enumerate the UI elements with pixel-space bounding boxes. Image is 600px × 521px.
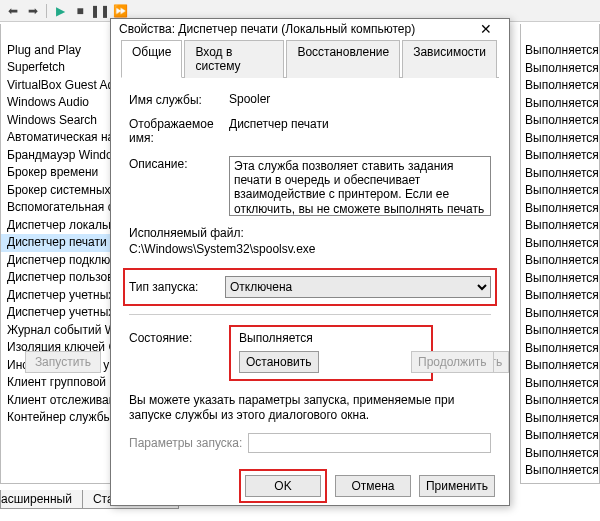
service-state-cell: Выполняется: [521, 462, 599, 480]
service-state-cell: Выполняется: [521, 217, 599, 235]
stop-button[interactable]: Остановить: [239, 351, 319, 373]
dialog-tabs: Общие Вход в систему Восстановление Зави…: [121, 39, 499, 78]
service-state-cell: Выполняется: [521, 357, 599, 375]
service-state-cell: Выполняется: [521, 287, 599, 305]
service-state-cell: Выполняется: [521, 375, 599, 393]
service-state-cell: Выполняется: [521, 305, 599, 323]
svc-play-icon[interactable]: ▶: [53, 4, 67, 18]
start-button: Запустить: [25, 351, 101, 373]
service-state-cell: Выполняется: [521, 182, 599, 200]
label-startup-params: Параметры запуска:: [129, 436, 242, 450]
service-state-cell: Выполняется: [521, 60, 599, 78]
apply-button[interactable]: Применить: [419, 475, 495, 497]
service-state-cell: Выполняется: [521, 77, 599, 95]
value-description[interactable]: Эта служба позволяет ставить задания печ…: [229, 156, 491, 216]
service-properties-dialog: Свойства: Диспетчер печати (Локальный ко…: [110, 18, 510, 506]
nav-fwd-icon[interactable]: ➡: [26, 4, 40, 18]
label-startup-type: Тип запуска:: [129, 279, 225, 294]
value-service-name: Spooler: [229, 92, 491, 107]
svc-stop-icon[interactable]: ■: [73, 4, 87, 18]
tab-extended[interactable]: асширенный: [0, 490, 83, 509]
service-state-cell: Выполняется: [521, 410, 599, 428]
value-exec-file: C:\Windows\System32\spoolsv.exe: [129, 242, 491, 256]
label-description: Описание:: [129, 156, 229, 216]
startup-params-input: [248, 433, 491, 453]
service-state-cell: Выполняется: [521, 235, 599, 253]
close-icon[interactable]: ✕: [471, 19, 501, 39]
service-state-cell: Выполняется: [521, 165, 599, 183]
label-state: Состояние:: [129, 325, 229, 345]
tab-recovery[interactable]: Восстановление: [286, 40, 400, 78]
service-state-cell: Выполняется: [521, 322, 599, 340]
service-state-cell: Выполняется: [521, 130, 599, 148]
dialog-titlebar: Свойства: Диспетчер печати (Локальный ко…: [111, 19, 509, 39]
ok-button[interactable]: OK: [245, 475, 321, 497]
service-state-cell: Выполняется: [521, 270, 599, 288]
service-state-cell: Выполняется: [521, 112, 599, 130]
service-state-cell: Выполняется: [521, 445, 599, 463]
dialog-title: Свойства: Диспетчер печати (Локальный ко…: [119, 22, 471, 36]
tab-general[interactable]: Общие: [121, 40, 182, 78]
startup-type-row: Тип запуска: Отключена: [123, 268, 497, 306]
service-state-cell: Выполняется: [521, 340, 599, 358]
service-state-cell: Выполняется: [521, 427, 599, 445]
ok-highlight-box: OK: [239, 469, 327, 503]
service-state-cell: Выполняется: [521, 95, 599, 113]
label-display-name: Отображаемое имя:: [129, 117, 229, 146]
tab-dependencies[interactable]: Зависимости: [402, 40, 497, 78]
label-exec-file: Исполняемый файл:: [129, 226, 491, 240]
service-state-cell: Выполняется: [521, 147, 599, 165]
dialog-button-row: OK Отмена Применить: [111, 459, 509, 517]
value-display-name: Диспетчер печати: [229, 117, 491, 146]
cancel-button[interactable]: Отмена: [335, 475, 411, 497]
resume-button: Продолжить: [411, 351, 494, 373]
services-state-column: ВыполняетсяВыполняетсяВыполняетсяВыполня…: [520, 24, 600, 484]
nav-back-icon[interactable]: ⬅: [6, 4, 20, 18]
startup-type-select[interactable]: Отключена: [225, 276, 491, 298]
svc-pause-icon[interactable]: ❚❚: [93, 4, 107, 18]
svc-restart-icon[interactable]: ⏩: [113, 4, 127, 18]
state-highlight-box: Выполняется Запустить Остановить Приоста…: [229, 325, 433, 381]
value-state: Выполняется: [239, 331, 423, 345]
service-state-cell: Выполняется: [521, 200, 599, 218]
service-state-cell: Выполняется: [521, 42, 599, 60]
label-service-name: Имя службы:: [129, 92, 229, 107]
service-state-cell: Выполняется: [521, 252, 599, 270]
service-state-cell: Выполняется: [521, 392, 599, 410]
tab-logon[interactable]: Вход в систему: [184, 40, 284, 78]
startup-params-hint: Вы можете указать параметры запуска, при…: [129, 393, 491, 423]
